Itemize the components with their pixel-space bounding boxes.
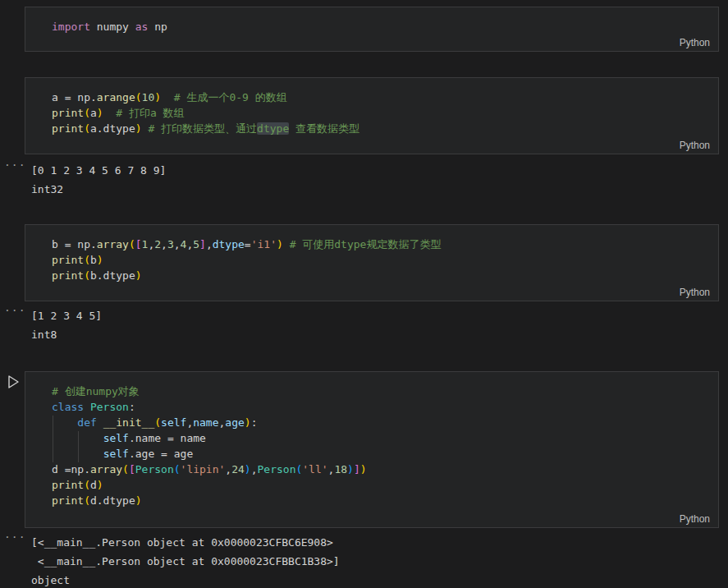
cell-editor[interactable]: import numpy as np xyxy=(25,7,718,34)
cell-output-2: ... [1 2 3 4 5]int8 xyxy=(31,306,102,344)
code-line: import numpy as np xyxy=(52,19,712,34)
output-line: <__main__.Person object at 0x0000023CFBB… xyxy=(31,552,340,571)
cell-output-3: ... [<__main__.Person object at 0x000002… xyxy=(31,533,340,588)
code-line: self.age = age xyxy=(52,446,712,462)
code-line: print(b.dtype) xyxy=(52,268,712,283)
output-line: [1 2 3 4 5] xyxy=(31,306,102,325)
output-line: int8 xyxy=(31,325,102,344)
output-text: [0 1 2 3 4 5 6 7 8 9]int32 xyxy=(31,161,166,199)
code-line: print(d) xyxy=(52,477,712,493)
output-line: int32 xyxy=(31,180,166,199)
code-line: print(b) xyxy=(52,252,712,268)
code-line: d =np.array([Person('lipin',24),Person('… xyxy=(52,462,712,477)
code-line: print(d.dtype) xyxy=(52,493,712,508)
language-picker[interactable]: Python xyxy=(680,140,710,151)
cell-output-1: ... [0 1 2 3 4 5 6 7 8 9]int32 xyxy=(31,161,166,199)
code-line: b = np.array([1,2,3,4,5],dtype='i1') # 可… xyxy=(52,237,712,252)
play-icon xyxy=(7,374,20,389)
code-line: a = np.arange(10) # 生成一个0-9 的数组 xyxy=(52,90,712,105)
code-cell-2[interactable]: a = np.arange(10) # 生成一个0-9 的数组print(a) … xyxy=(25,77,719,154)
cell-editor[interactable]: b = np.array([1,2,3,4,5],dtype='i1') # 可… xyxy=(25,225,718,283)
cell-editor[interactable]: # 创建numpy对象class Person: def __init__(se… xyxy=(25,372,718,508)
output-text: [<__main__.Person object at 0x0000023CFB… xyxy=(31,533,340,588)
code-line: self.name = name xyxy=(52,430,712,446)
output-options-button[interactable]: ... xyxy=(4,156,25,168)
language-picker[interactable]: Python xyxy=(680,513,710,525)
language-picker[interactable]: Python xyxy=(680,37,710,48)
code-line: class Person: xyxy=(52,399,712,415)
language-picker[interactable]: Python xyxy=(680,287,710,298)
code-line: print(a.dtype) # 打印数据类型、通过dtype 查看数据类型 xyxy=(52,121,712,136)
code-line: # 创建numpy对象 xyxy=(52,384,712,399)
output-line: object xyxy=(31,571,340,588)
code-cell-4[interactable]: # 创建numpy对象class Person: def __init__(se… xyxy=(25,371,719,528)
output-text: [1 2 3 4 5]int8 xyxy=(31,306,102,344)
code-line: def __init__(self,name,age): xyxy=(52,415,712,430)
code-cell-3[interactable]: b = np.array([1,2,3,4,5],dtype='i1') # 可… xyxy=(25,224,719,301)
output-line: [0 1 2 3 4 5 6 7 8 9] xyxy=(31,161,166,180)
notebook-editor: import numpy as np Python a = np.arange(… xyxy=(0,0,728,588)
code-line: print(a) # 打印a 数组 xyxy=(52,105,712,121)
output-line: [<__main__.Person object at 0x0000023CFB… xyxy=(31,533,340,552)
output-options-button[interactable]: ... xyxy=(4,528,25,540)
cell-editor[interactable]: a = np.arange(10) # 生成一个0-9 的数组print(a) … xyxy=(25,78,718,136)
code-cell-1[interactable]: import numpy as np Python xyxy=(25,7,719,52)
output-options-button[interactable]: ... xyxy=(4,301,25,314)
run-cell-button[interactable] xyxy=(5,374,21,392)
